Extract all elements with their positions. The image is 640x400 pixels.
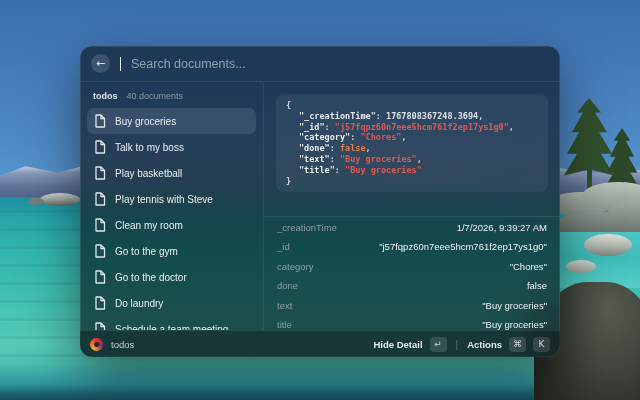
list-item-label: Go to the doctor (115, 272, 187, 283)
list-item-label: Go to the gym (115, 246, 178, 257)
detail-row-text: text "Buy groceries" (264, 295, 560, 315)
field-value: "Chores" (510, 261, 547, 272)
json-line: "category": "Chores", (286, 132, 538, 143)
footer-app-name: todos (111, 339, 134, 350)
screen: ← todos 40 documents Buy groceries (0, 0, 640, 400)
document-icon (94, 140, 106, 154)
list-item-go-to-the-gym[interactable]: Go to the gym (87, 238, 256, 264)
back-button[interactable]: ← (91, 54, 110, 73)
wallpaper-rock-left-small (28, 198, 44, 205)
collection-name: todos (93, 91, 118, 101)
json-line: "_id": "j57fqpz60n7eee5hcm761f2ep17ys1g0… (286, 122, 538, 133)
field-key: _creationTime (277, 222, 337, 233)
list-item-buy-groceries[interactable]: Buy groceries (87, 108, 256, 134)
field-key: done (277, 280, 298, 291)
palette-body: todos 40 documents Buy groceries Talk to… (80, 82, 560, 330)
field-value: 1/7/2026, 9:39:27 AM (457, 222, 547, 233)
command-palette-window: ← todos 40 documents Buy groceries (80, 46, 560, 357)
k-key-icon[interactable]: K (533, 337, 550, 352)
wallpaper-rock-left (40, 193, 80, 206)
list-item-clean-my-room[interactable]: Clean my room (87, 212, 256, 238)
list-item-play-tennis[interactable]: Play tennis with Steve (87, 186, 256, 212)
json-line: "_creationTime": 1767808367248.3694, (286, 111, 538, 122)
json-preview: { "_creationTime": 1767808367248.3694, "… (276, 94, 548, 192)
json-line: "done": false, (286, 143, 538, 154)
cmd-key-icon[interactable]: ⌘ (509, 337, 526, 352)
list-item-play-basketball[interactable]: Play basketball (87, 160, 256, 186)
field-key: text (277, 300, 292, 311)
document-list[interactable]: Buy groceries Talk to my boss Play baske… (80, 105, 263, 330)
document-icon (94, 218, 106, 232)
field-value: "Buy groceries" (482, 319, 547, 330)
list-item-schedule-team-meeting[interactable]: Schedule a team meeting (87, 316, 256, 330)
list-item-label: Talk to my boss (115, 142, 184, 153)
document-icon (94, 166, 106, 180)
field-key: title (277, 319, 292, 330)
wallpaper-granite-rock (606, 200, 640, 232)
field-value: "Buy groceries" (482, 300, 547, 311)
detail-row-title: title "Buy groceries" (264, 315, 560, 330)
wallpaper-shallow-water (548, 232, 640, 288)
list-item-label: Do laundry (115, 298, 163, 309)
footer-bar: todos Hide Detail ↵ | Actions ⌘ K (80, 330, 560, 357)
json-line: } (286, 176, 538, 187)
detail-row-category: category "Chores" (264, 256, 560, 276)
wallpaper-boulder (584, 234, 632, 256)
wallpaper-granite-rock (582, 182, 640, 210)
list-item-talk-to-my-boss[interactable]: Talk to my boss (87, 134, 256, 160)
enter-key-icon[interactable]: ↵ (430, 337, 447, 352)
detail-row-done: done false (264, 276, 560, 296)
field-value: "j57fqpz60n7eee5hcm761f2ep17ys1g0" (379, 241, 547, 252)
back-arrow-icon: ← (96, 58, 105, 69)
detail-column: { "_creationTime": 1767808367248.3694, "… (264, 82, 560, 330)
list-item-label: Buy groceries (115, 116, 176, 127)
document-icon (94, 270, 106, 284)
actions-button[interactable]: Actions (467, 339, 502, 350)
document-icon (94, 192, 106, 206)
hide-detail-button[interactable]: Hide Detail (373, 339, 422, 350)
detail-row-id: _id "j57fqpz60n7eee5hcm761f2ep17ys1g0" (264, 237, 560, 257)
list-item-label: Play tennis with Steve (115, 194, 213, 205)
document-icon (94, 244, 106, 258)
field-key: category (277, 261, 313, 272)
spacer (264, 192, 560, 216)
detail-field-table: _creationTime 1/7/2026, 9:39:27 AM _id "… (264, 217, 560, 330)
document-list-column: todos 40 documents Buy groceries Talk to… (80, 82, 264, 330)
field-key: _id (277, 241, 290, 252)
json-line: { (286, 100, 538, 111)
list-item-label: Clean my room (115, 220, 183, 231)
field-value: false (527, 280, 547, 291)
wallpaper-boulder (566, 260, 596, 273)
wallpaper-pine-tree-small (606, 128, 638, 192)
document-count: 40 documents (127, 91, 184, 101)
document-icon (94, 296, 106, 310)
search-header: ← (80, 46, 560, 82)
list-item-label: Play basketball (115, 168, 182, 179)
search-input[interactable] (131, 57, 549, 71)
list-item-do-laundry[interactable]: Do laundry (87, 290, 256, 316)
list-item-go-to-the-doctor[interactable]: Go to the doctor (87, 264, 256, 290)
json-line: "title": "Buy groceries" (286, 165, 538, 176)
detail-row-creation-time: _creationTime 1/7/2026, 9:39:27 AM (264, 217, 560, 237)
footer-right: Hide Detail ↵ | Actions ⌘ K (373, 337, 550, 352)
text-cursor (120, 57, 121, 71)
document-icon (94, 114, 106, 128)
json-line: "text": "Buy groceries", (286, 154, 538, 165)
document-icon (94, 322, 106, 330)
convex-logo-icon (90, 338, 103, 351)
wallpaper-granite-rock (552, 212, 640, 238)
footer-separator: | (456, 339, 459, 350)
list-header: todos 40 documents (80, 82, 263, 105)
footer-left: todos (90, 338, 373, 351)
wallpaper-pine-tree-large (564, 98, 614, 188)
